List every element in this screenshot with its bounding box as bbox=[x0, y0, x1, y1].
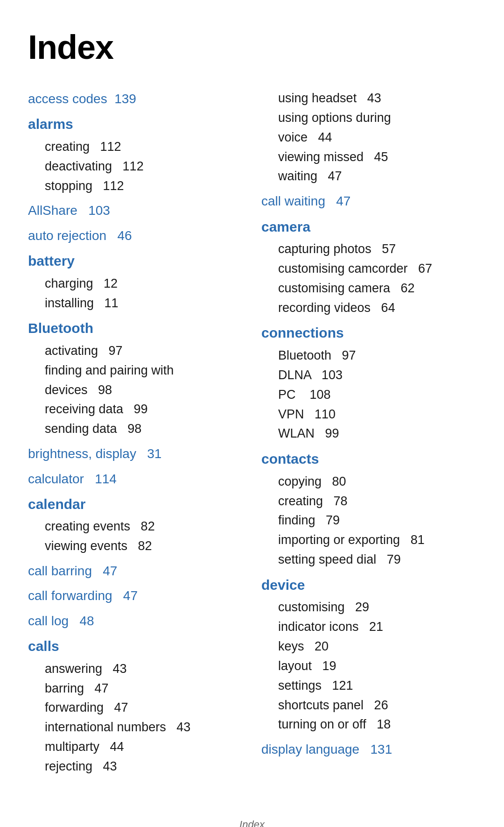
sub-calls-answering: answering 43 bbox=[28, 659, 243, 679]
index-entry-calculator: calculator 114 bbox=[28, 469, 243, 489]
sub-connections-pc: PC 108 bbox=[261, 385, 476, 405]
sub-device-layout: layout 19 bbox=[261, 657, 476, 676]
index-entry-call-log: call log 48 bbox=[28, 611, 243, 631]
sub-calendar-viewing: viewing events 82 bbox=[28, 537, 243, 556]
sub-connections-bluetooth: Bluetooth 97 bbox=[261, 346, 476, 366]
entry-link-camera[interactable]: camera bbox=[261, 219, 310, 234]
entry-link-auto-rejection[interactable]: auto rejection bbox=[28, 228, 106, 243]
index-entry-call-waiting: call waiting 47 bbox=[261, 191, 476, 211]
entry-link-bluetooth[interactable]: Bluetooth bbox=[28, 320, 93, 336]
sub-connections-wlan: WLAN 99 bbox=[261, 424, 476, 444]
index-entry-calls: calls answering 43 barring 47 forwarding… bbox=[28, 636, 243, 777]
footer: Index 155 bbox=[28, 819, 476, 827]
sub-calls-using-headset: using headset 43 bbox=[261, 89, 476, 108]
entry-number-call-waiting: 47 bbox=[329, 194, 351, 208]
entry-link-device[interactable]: device bbox=[261, 577, 305, 593]
sub-calendar-creating: creating events 82 bbox=[28, 517, 243, 537]
entry-number-allshare: 103 bbox=[81, 203, 110, 218]
sub-battery-installing: installing 11 bbox=[28, 294, 243, 313]
entry-number-calculator: 114 bbox=[88, 472, 117, 486]
sub-device-customising: customising 29 bbox=[261, 598, 476, 617]
index-entry-battery: battery charging 12 installing 11 bbox=[28, 250, 243, 313]
entry-number-auto-rejection: 46 bbox=[110, 228, 132, 243]
sub-calls-forwarding: forwarding 47 bbox=[28, 698, 243, 718]
sub-device-keys: keys 20 bbox=[261, 637, 476, 657]
sub-contacts-creating: creating 78 bbox=[261, 492, 476, 511]
sub-alarms-stopping: stopping 112 bbox=[28, 177, 243, 196]
sub-contacts-finding: finding 79 bbox=[261, 511, 476, 530]
index-entry-auto-rejection: auto rejection 46 bbox=[28, 226, 243, 246]
index-entry-call-forwarding: call forwarding 47 bbox=[28, 586, 243, 606]
entry-number-call-barring: 47 bbox=[96, 564, 118, 578]
entry-link-calendar[interactable]: calendar bbox=[28, 496, 85, 512]
footer-label: Index bbox=[28, 819, 476, 827]
entry-link-call-log[interactable]: call log bbox=[28, 614, 69, 628]
sub-device-turning: turning on or off 18 bbox=[261, 715, 476, 735]
entry-number-brightness: 31 bbox=[140, 446, 162, 461]
entry-link-brightness[interactable]: brightness, display bbox=[28, 446, 136, 461]
sub-bluetooth-finding: finding and pairing withdevices 98 bbox=[28, 361, 243, 400]
entry-link-call-waiting[interactable]: call waiting bbox=[261, 194, 325, 208]
sub-calls-viewing-missed: viewing missed 45 bbox=[261, 148, 476, 167]
entry-link-calls[interactable]: calls bbox=[28, 638, 59, 654]
entry-link-connections[interactable]: connections bbox=[261, 325, 344, 340]
right-column: using headset 43 using options duringvoi… bbox=[261, 89, 476, 764]
index-sub-calls-continued: using headset 43 using options duringvoi… bbox=[261, 89, 476, 186]
sub-battery-charging: charging 12 bbox=[28, 274, 243, 294]
entry-link-access-codes[interactable]: access codes bbox=[28, 92, 107, 106]
index-entry-device: device customising 29 indicator icons 21… bbox=[261, 574, 476, 735]
index-entry-display-language: display language 131 bbox=[261, 739, 476, 759]
sub-bluetooth-activating: activating 97 bbox=[28, 341, 243, 361]
sub-bluetooth-receiving: receiving data 99 bbox=[28, 400, 243, 419]
sub-calls-using-options: using options duringvoice 44 bbox=[261, 108, 476, 148]
entry-number-call-log: 48 bbox=[72, 614, 94, 628]
entry-link-battery[interactable]: battery bbox=[28, 253, 75, 269]
sub-calls-waiting: waiting 47 bbox=[261, 167, 476, 186]
sub-calls-barring: barring 47 bbox=[28, 679, 243, 699]
entry-number-display-language: 131 bbox=[363, 742, 392, 756]
sub-camera-capturing: capturing photos 57 bbox=[261, 240, 476, 259]
entry-link-display-language[interactable]: display language bbox=[261, 742, 359, 756]
sub-contacts-copying: copying 80 bbox=[261, 472, 476, 492]
index-entry-alarms: alarms creating 112 deactivating 112 sto… bbox=[28, 113, 243, 196]
sub-calls-multiparty: multiparty 44 bbox=[28, 737, 243, 757]
entry-link-calculator[interactable]: calculator bbox=[28, 472, 84, 486]
index-entry-contacts: contacts copying 80 creating 78 finding … bbox=[261, 448, 476, 570]
entry-link-call-barring[interactable]: call barring bbox=[28, 564, 92, 578]
sub-contacts-speed-dial: setting speed dial 79 bbox=[261, 550, 476, 570]
entry-link-call-forwarding[interactable]: call forwarding bbox=[28, 588, 112, 603]
sub-device-settings: settings 121 bbox=[261, 676, 476, 696]
sub-calls-international: international numbers 43 bbox=[28, 718, 243, 737]
index-entry-connections: connections Bluetooth 97 DLNA 103 PC 108… bbox=[261, 322, 476, 444]
entry-number-call-forwarding: 47 bbox=[116, 588, 138, 603]
sub-connections-vpn: VPN 110 bbox=[261, 405, 476, 424]
index-entry-bluetooth: Bluetooth activating 97 finding and pair… bbox=[28, 318, 243, 439]
index-entry-call-barring: call barring 47 bbox=[28, 561, 243, 581]
sub-alarms-creating: creating 112 bbox=[28, 137, 243, 157]
index-entry-brightness: brightness, display 31 bbox=[28, 444, 243, 464]
sub-bluetooth-sending: sending data 98 bbox=[28, 419, 243, 439]
sub-connections-dlna: DLNA 103 bbox=[261, 366, 476, 385]
entry-link-contacts[interactable]: contacts bbox=[261, 451, 319, 467]
sub-device-shortcuts: shortcuts panel 26 bbox=[261, 696, 476, 715]
entry-link-allshare[interactable]: AllShare bbox=[28, 203, 77, 218]
sub-camera-customising: customising camera 62 bbox=[261, 279, 476, 298]
sub-device-indicator-icons: indicator icons 21 bbox=[261, 617, 476, 637]
index-entry-access-codes: access codes 139 bbox=[28, 89, 243, 109]
sub-camera-recording: recording videos 64 bbox=[261, 298, 476, 318]
sub-contacts-importing: importing or exporting 81 bbox=[261, 530, 476, 550]
entry-number-access-codes: 139 bbox=[111, 92, 136, 106]
index-entry-allshare: AllShare 103 bbox=[28, 200, 243, 220]
index-entry-camera: camera capturing photos 57 customising c… bbox=[261, 216, 476, 318]
sub-calls-rejecting: rejecting 43 bbox=[28, 757, 243, 777]
sub-camera-camcorder: customising camcorder 67 bbox=[261, 259, 476, 279]
index-entry-calendar: calendar creating events 82 viewing even… bbox=[28, 494, 243, 556]
left-column: access codes 139 alarms creating 112 dea… bbox=[28, 89, 261, 781]
sub-alarms-deactivating: deactivating 112 bbox=[28, 157, 243, 177]
entry-link-alarms[interactable]: alarms bbox=[28, 116, 73, 132]
page-title: Index bbox=[28, 28, 476, 66]
